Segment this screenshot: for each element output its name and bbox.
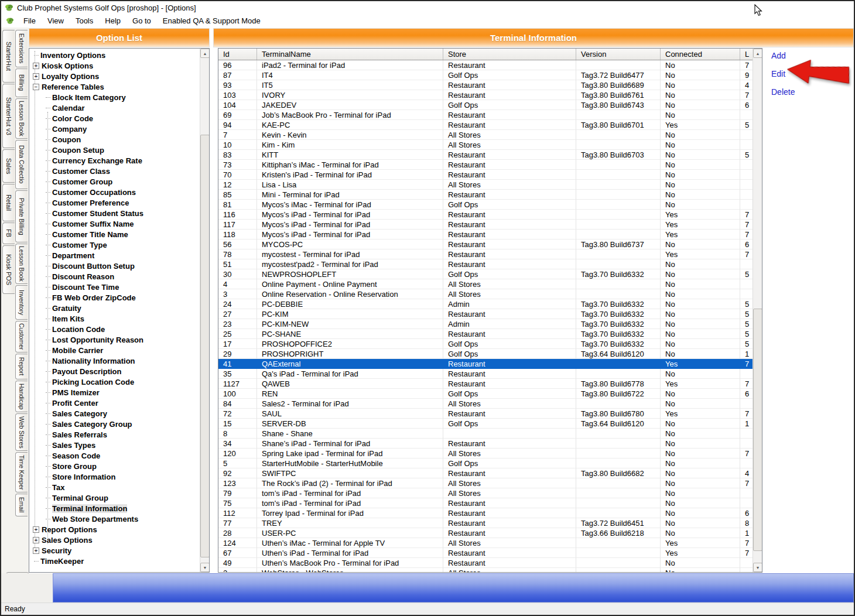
column-header-version[interactable]: Version <box>576 49 661 60</box>
sidebar-tab-inventory[interactable]: Inventory <box>15 285 28 320</box>
table-row-117-mycos-s-ipad-terminal-for-ipad[interactable]: 117Mycos’s iPad - Terminal for iPadResta… <box>218 220 753 230</box>
delete-link[interactable]: Delete <box>771 87 795 97</box>
menu-view[interactable]: View <box>42 15 70 26</box>
scroll-up-icon[interactable]: ▲ <box>753 49 762 58</box>
table-row-56-mycos-pc[interactable]: 56MYCOS-PCRestaurantTag3.80 Build6737No6 <box>218 239 753 249</box>
tree-item-customer-class[interactable]: Customer Class <box>29 166 199 176</box>
table-row-70-kristen-s-ipad-terminal-for-ipad[interactable]: 70Kristen's iPad - Terminal for iPadRest… <box>218 170 753 180</box>
tree-item-customer-group[interactable]: Customer Group <box>29 176 199 187</box>
table-row-12-lisa-lisa[interactable]: 12Lisa - LisaAll StoresNo <box>218 180 753 190</box>
tree-item-location-code[interactable]: Location Code <box>29 324 199 334</box>
scroll-up-icon[interactable]: ▲ <box>200 49 210 58</box>
tree-item-security[interactable]: +Security <box>29 545 199 556</box>
tree-item-profit-center[interactable]: Profit Center <box>29 398 199 408</box>
menu-enabled-qa-support-mode[interactable]: Enabled QA & Support Mode <box>157 15 266 26</box>
tree-item-customer-title-name[interactable]: Customer Title Name <box>29 229 199 239</box>
menu-tools[interactable]: Tools <box>70 15 99 26</box>
tree-item-pms-itemizer[interactable]: PMS Itemizer <box>29 387 199 398</box>
table-row-75-tom-s-ipad-terminal-for-ipad[interactable]: 75tom's iPad - Terminal for iPadRestaura… <box>218 498 753 508</box>
tree-item-payout-description[interactable]: Payout Description <box>29 366 199 377</box>
table-row-84-sales2-terminal-for-ipad[interactable]: 84Sales2 - Terminal for iPadAll StoresNo <box>218 399 753 409</box>
table-row-25-pc-shane[interactable]: 25PC-SHANERestaurantTag3.70 Build6332No5 <box>218 329 753 339</box>
tree-item-loyalty-options[interactable]: +Loyalty Options <box>29 71 199 81</box>
sidebar-tab-lesson-book[interactable]: Lesson Book <box>15 98 28 139</box>
tree-item-calendar[interactable]: Calendar <box>29 102 199 113</box>
add-link[interactable]: Add <box>771 51 795 60</box>
tree-item-reference-tables[interactable]: −Reference Tables <box>29 81 199 92</box>
table-row-77-trey[interactable]: 77TREYRestaurantTag3.72 Build6451No8 <box>218 518 753 528</box>
tree-item-store-group[interactable]: Store Group <box>29 461 199 471</box>
table-row-87-it4[interactable]: 87IT4Golf OpsTag3.72 Build6477No9 <box>218 70 753 80</box>
table-row-100-ren[interactable]: 100RENGolf OpsTag3.80 Build6722No6 <box>218 389 753 399</box>
tree-item-currency-exchange-rate[interactable]: Currency Exchange Rate <box>29 155 199 166</box>
table-row-41-qaexternal[interactable]: 41QAExternalRestaurantYes7 <box>218 359 753 369</box>
expand-icon[interactable]: + <box>33 537 39 543</box>
tree-item-color-code[interactable]: Color Code <box>29 113 199 124</box>
table-row-94-kae-pc[interactable]: 94KAE-PCRestaurantTag3.80 Build6701Yes5 <box>218 120 753 130</box>
sidebar-tab-report[interactable]: Report <box>15 354 28 379</box>
table-row-24-pc-debbie[interactable]: 24PC-DEBBIEAdminTag3.70 Build6332No5 <box>218 299 753 309</box>
column-header-connected[interactable]: Connected <box>661 49 740 60</box>
tree-item-coupon[interactable]: Coupon <box>29 134 199 145</box>
sidebar-tab-time-keeper[interactable]: Time Keeper <box>15 452 28 492</box>
sidebar-tab-fb[interactable]: FB <box>2 223 15 244</box>
expand-icon[interactable]: + <box>33 547 39 554</box>
table-row-83-kitt[interactable]: 83KITTRestaurantTag3.80 Build6703No5 <box>218 150 753 160</box>
table-row-92-swiftpc[interactable]: 92SWIFTPCRestaurantTag3.80 Build6682No4 <box>218 468 753 478</box>
table-row-28-user-pc[interactable]: 28USER-PCRestaurantTag3.66 Build6218No1 <box>218 528 753 538</box>
edit-link[interactable]: Edit <box>771 69 795 78</box>
tree-item-report-options[interactable]: +Report Options <box>29 524 199 535</box>
table-row-23-pc-kim-new[interactable]: 23PC-KIM-NEWAdminTag3.70 Build6332No5 <box>218 319 753 329</box>
tree-item-terminal-information[interactable]: Terminal Information <box>29 503 199 514</box>
table-row-67-uthen-s-ipad-terminal-for-ipad[interactable]: 67Uthen’s iPad - Terminal for iPadRestau… <box>218 548 753 558</box>
table-row-17-proshopoffice2[interactable]: 17PROSHOPOFFICE2Golf OpsTag3.70 Build633… <box>218 339 753 349</box>
table-row-123-the-rock-s-ipad-2-terminal-for-ipad[interactable]: 123The Rock’s iPad (2) - Terminal for iP… <box>218 478 753 488</box>
tree-item-web-store-departments[interactable]: Web Store Departments <box>29 514 199 524</box>
tree-item-company[interactable]: Company <box>29 124 199 134</box>
menu-file[interactable]: File <box>18 15 42 26</box>
table-row-49-uthen-s-macbook-pro-terminal-for-ipad[interactable]: 49Uthen’s MacBook Pro - Terminal for iPa… <box>218 558 753 568</box>
table-row-1127-qaweb[interactable]: 1127QAWEBRestaurantTag3.80 Build6778Yes7 <box>218 379 753 389</box>
collapse-icon[interactable]: − <box>33 84 39 90</box>
tree-item-lost-opportunity-reason[interactable]: Lost Opportunity Reason <box>29 334 199 345</box>
sidebar-tab-starterhut-v3[interactable]: StarterHut v3 <box>2 84 15 148</box>
table-row-116-mycos-s-ipad-terminal-for-ipad[interactable]: 116Mycos’s iPad - Terminal for iPadResta… <box>218 210 753 220</box>
table-row-124-uthen-s-imac-terminal-for-apple-tv[interactable]: 124Uthen’s iMac - Terminal for Apple TVA… <box>218 538 753 548</box>
tree-item-sales-referrals[interactable]: Sales Referrals <box>29 429 199 440</box>
tree-item-picking-location-code[interactable]: Picking Location Code <box>29 377 199 387</box>
tree-item-coupon-setup[interactable]: Coupon Setup <box>29 145 199 155</box>
menu-help[interactable]: Help <box>99 15 126 26</box>
table-row-104-jakedev[interactable]: 104JAKEDEVGolf OpsTag3.80 Build6743No6 <box>218 100 753 110</box>
table-row-79-tom-s-ipad-terminal-for-ipad[interactable]: 79tom’s iPad - Terminal for iPadAll Stor… <box>218 488 753 498</box>
sidebar-tab-starterhut[interactable]: StarterHut <box>2 30 15 83</box>
tree-item-fb-web-order-zipcode[interactable]: FB Web Order ZipCode <box>29 292 199 303</box>
tree-item-block-item-category[interactable]: Block Item Category <box>29 92 199 102</box>
tree-item-inventory-options[interactable]: Inventory Options <box>29 50 199 60</box>
table-row-93-it5[interactable]: 93IT5RestaurantTag3.80 Build6689No4 <box>218 80 753 90</box>
table-row-72-saul[interactable]: 72SAULRestaurantTag3.80 Build6780Yes7 <box>218 409 753 419</box>
column-header-id[interactable]: Id <box>218 49 257 60</box>
tree-item-customer-occupations[interactable]: Customer Occupations <box>29 187 199 197</box>
table-row-85-mini-terminal-for-ipad[interactable]: 85Mini - Terminal for iPadRestaurantNo <box>218 190 753 200</box>
table-row-120-spring-lake-ipad-terminal-for-ipad[interactable]: 120Spring Lake ipad - Terminal for iPadA… <box>218 449 753 458</box>
tree-item-mobile-carrier[interactable]: Mobile Carrier <box>29 345 199 355</box>
tree-item-customer-type[interactable]: Customer Type <box>29 239 199 250</box>
table-row-35-qa-s-ipad-terminal-for-ipad[interactable]: 35Qa's iPad - Terminal for iPadRestauran… <box>218 369 753 379</box>
tree-item-customer-preference[interactable]: Customer Preference <box>29 197 199 208</box>
tree-item-tax[interactable]: Tax <box>29 482 199 492</box>
column-header-l[interactable]: L <box>740 49 754 60</box>
expand-icon[interactable]: + <box>33 63 39 69</box>
sidebar-tab-sales[interactable]: Sales <box>2 149 15 183</box>
tree-item-terminal-group[interactable]: Terminal Group <box>29 492 199 503</box>
scroll-down-icon[interactable]: ▼ <box>200 563 210 572</box>
table-row-103-ivory[interactable]: 103IVORYRestaurantTag3.80 Build6761No7 <box>218 90 753 100</box>
expand-icon[interactable]: + <box>33 73 39 80</box>
sidebar-tab-web-stores[interactable]: Web Stores <box>15 413 28 451</box>
table-row-81-mycos-s-imac-terminal-for-ipad[interactable]: 81Mycos’s iMac - Terminal for iPadGolf O… <box>218 200 753 210</box>
table-row-2-webstores-webstores[interactable]: 2WebStores - WebStoresAll StoresNo <box>218 568 753 573</box>
grid-scrollbar[interactable]: ▲ ▼ <box>753 49 762 572</box>
sidebar-tab-lesson-book[interactable]: Lesson Book <box>15 244 28 284</box>
column-header-store[interactable]: Store <box>443 49 576 60</box>
grid-scrollbar-thumb[interactable] <box>753 309 762 551</box>
table-row-29-proshopright[interactable]: 29PROSHOPRIGHTGolf OpsTag3.64 Build6120N… <box>218 349 753 359</box>
